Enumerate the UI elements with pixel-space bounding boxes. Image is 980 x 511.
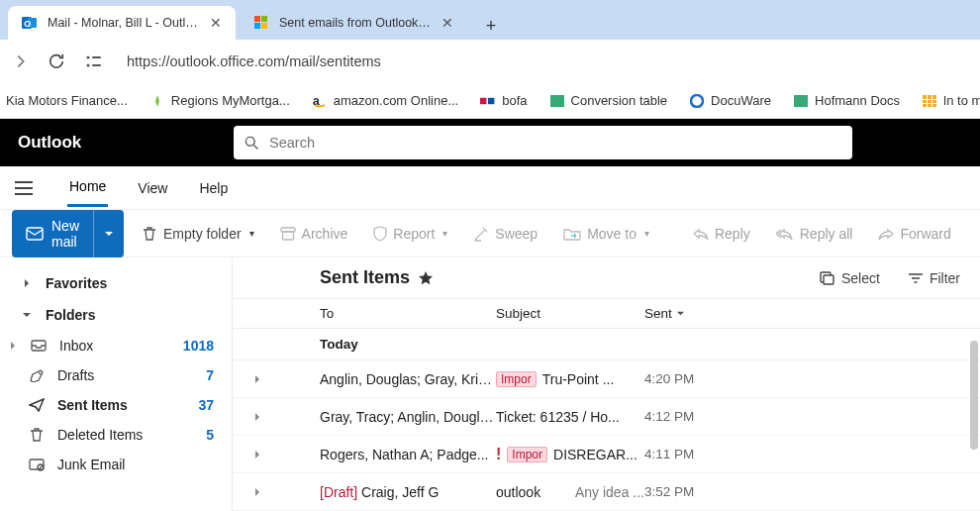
- browser-tab-inactive[interactable]: Sent emails from Outlook are r... ✕: [240, 6, 467, 40]
- chevron-right-icon[interactable]: [252, 412, 272, 422]
- sidebar-item-deleted[interactable]: Deleted Items 5: [0, 420, 232, 450]
- svg-rect-10: [92, 64, 101, 66]
- svg-rect-8: [92, 56, 101, 58]
- outlook-favicon-icon: O: [22, 15, 38, 31]
- chevron-right-icon[interactable]: [252, 374, 272, 384]
- archive-button[interactable]: Archive: [272, 220, 356, 248]
- date-group-header[interactable]: Today: [233, 329, 980, 360]
- select-button[interactable]: Select: [820, 270, 880, 286]
- svg-rect-3: [254, 16, 260, 22]
- scrollbar-thumb[interactable]: [970, 341, 978, 450]
- sent-time: 4:12 PM: [644, 409, 783, 424]
- main-area: Favorites Folders Inbox 1018 Drafts 7 Se…: [0, 257, 980, 511]
- table-row[interactable]: Rogers, Nathan A; Padge...!ImporDISREGAR…: [233, 436, 980, 473]
- svg-rect-24: [27, 228, 43, 240]
- reload-icon[interactable]: [48, 52, 65, 70]
- filter-button[interactable]: Filter: [908, 270, 960, 286]
- table-row[interactable]: [Draft] Craig, Jeff GoutlookAny idea ...…: [233, 473, 980, 511]
- bookmark-item[interactable]: a amazon.com Online...: [312, 93, 458, 109]
- site-settings-icon[interactable]: [83, 53, 105, 69]
- importance-icon: !: [496, 446, 501, 463]
- hamburger-icon[interactable]: [14, 180, 34, 196]
- url-bar[interactable]: https://outlook.office.com/mail/sentitem…: [123, 53, 968, 69]
- browser-tab-active[interactable]: O Mail - Molnar, Bill L - Outlook ✕: [8, 6, 236, 40]
- close-icon[interactable]: ✕: [210, 15, 222, 31]
- search-icon: [244, 135, 259, 151]
- reply-button[interactable]: Reply: [685, 220, 758, 248]
- new-mail-dropdown[interactable]: [93, 210, 124, 257]
- bookmark-item[interactable]: Hofmann Docs: [793, 93, 900, 109]
- move-to-button[interactable]: Move to ▾: [555, 220, 657, 248]
- app-brand: Outlook: [18, 133, 216, 153]
- tab-help[interactable]: Help: [197, 170, 230, 206]
- tab-home[interactable]: Home: [67, 168, 108, 207]
- favorites-section[interactable]: Favorites: [0, 267, 232, 299]
- svg-rect-5: [254, 23, 260, 29]
- bookmark-favicon-icon: [149, 93, 165, 109]
- table-row[interactable]: Anglin, Douglas; Gray, Kristop...ImporTr…: [233, 360, 980, 398]
- bookmark-item[interactable]: Conversion table: [549, 93, 668, 109]
- sidebar-item-sent[interactable]: Sent Items 37: [0, 390, 232, 420]
- filter-icon: [908, 272, 924, 284]
- bookmark-item[interactable]: DocuWare: [689, 93, 771, 109]
- bookmark-item[interactable]: Regions MyMortga...: [149, 93, 290, 109]
- chevron-down-icon: [676, 309, 685, 318]
- browser-toolbar: https://outlook.office.com/mail/sentitem…: [0, 40, 980, 83]
- report-button[interactable]: Report ▾: [365, 220, 455, 248]
- col-subject[interactable]: Subject: [496, 306, 644, 321]
- sidebar-item-inbox[interactable]: Inbox 1018: [0, 331, 232, 360]
- forward-icon: [878, 227, 894, 241]
- junk-icon: [28, 458, 46, 471]
- bookmark-item[interactable]: In to mm (inches to...: [922, 93, 980, 109]
- table-row[interactable]: Gray, Tracy; Anglin, Douglas; J...Ticket…: [233, 398, 980, 436]
- subject-text: Tru-Point ...: [542, 371, 644, 387]
- col-to[interactable]: To: [252, 306, 496, 321]
- subject-text: Ticket: 61235 / Ho...: [496, 409, 644, 425]
- inbox-count: 1018: [183, 338, 214, 354]
- subject-cell: !ImporDISREGAR...: [496, 446, 644, 463]
- drafts-count: 7: [206, 367, 214, 383]
- deleted-count: 5: [206, 427, 214, 443]
- svg-point-23: [245, 137, 254, 146]
- search-input[interactable]: [267, 134, 842, 152]
- tab-view[interactable]: View: [136, 170, 169, 206]
- col-sent[interactable]: Sent: [644, 306, 783, 321]
- search-box[interactable]: [234, 126, 852, 159]
- svg-point-7: [87, 56, 90, 59]
- new-mail-button[interactable]: New mail: [12, 210, 93, 257]
- bookmark-item[interactable]: Kia Motors Finance...: [6, 93, 128, 108]
- sent-icon: [28, 398, 46, 412]
- chevron-right-icon[interactable]: [252, 450, 272, 460]
- to-cell: Gray, Tracy; Anglin, Douglas; J...: [272, 409, 496, 425]
- subject-cell: ImporTru-Point ...: [496, 371, 644, 387]
- forward-icon[interactable]: [12, 52, 30, 70]
- chevron-right-icon[interactable]: [252, 487, 272, 497]
- reply-all-icon: [776, 227, 794, 241]
- browser-tab-title: Sent emails from Outlook are r...: [279, 16, 432, 30]
- star-icon[interactable]: [418, 270, 434, 286]
- archive-icon: [280, 227, 296, 241]
- sidebar-item-drafts[interactable]: Drafts 7: [0, 360, 232, 390]
- sidebar-item-junk[interactable]: Junk Email: [0, 450, 232, 479]
- svg-rect-21: [927, 95, 928, 107]
- new-mail-split-button: New mail: [12, 210, 124, 257]
- new-tab-button[interactable]: +: [477, 12, 505, 40]
- bookmark-item[interactable]: bofa: [480, 93, 527, 109]
- folder-title: Sent Items: [252, 267, 410, 288]
- mail-icon: [26, 227, 44, 241]
- drafts-icon: [28, 368, 46, 382]
- svg-marker-11: [155, 95, 159, 107]
- chevron-down-icon: [18, 310, 36, 320]
- subject-cell: Ticket: 61235 / Ho...: [496, 409, 644, 425]
- sweep-button[interactable]: Sweep: [465, 220, 545, 248]
- to-cell: Rogers, Nathan A; Padge...: [272, 447, 496, 462]
- folders-section[interactable]: Folders: [0, 299, 232, 331]
- bookmark-favicon-icon: [549, 93, 565, 109]
- reply-all-button[interactable]: Reply all: [768, 220, 861, 248]
- empty-folder-button[interactable]: Empty folder ▾: [134, 220, 262, 248]
- close-icon[interactable]: ✕: [441, 15, 453, 31]
- bookmark-favicon-icon: [793, 93, 809, 109]
- chevron-right-icon: [18, 278, 36, 288]
- forward-button[interactable]: Forward: [870, 220, 958, 248]
- svg-text:O: O: [24, 19, 31, 29]
